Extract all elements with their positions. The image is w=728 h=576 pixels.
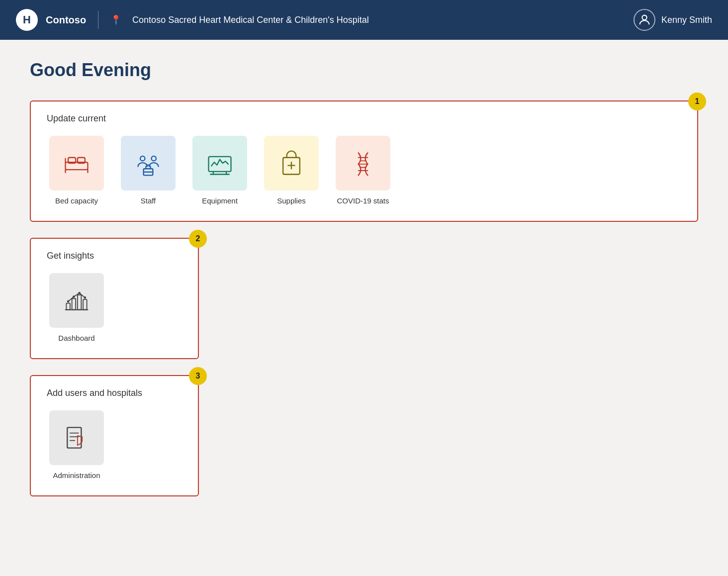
admin-items: Administration — [47, 410, 182, 480]
equipment-icon — [205, 148, 235, 178]
add-users-section: Add users and hospitals 3 Administrat — [30, 375, 199, 496]
administration-icon — [62, 423, 91, 453]
svg-point-7 — [140, 156, 145, 161]
staff-card[interactable]: Staff — [118, 136, 178, 205]
bed-capacity-label: Bed capacity — [55, 196, 98, 205]
covid-stats-label: COVID-19 stats — [337, 196, 389, 205]
location-icon: 📍 — [110, 14, 121, 25]
administration-label: Administration — [53, 471, 100, 480]
avatar — [634, 9, 655, 31]
dashboard-card[interactable]: Dashboard — [47, 273, 106, 342]
equipment-label: Equipment — [202, 196, 238, 205]
staff-label: Staff — [141, 196, 156, 205]
header-divider — [98, 11, 98, 29]
get-insights-section: Get insights 2 — [30, 238, 199, 359]
app-header: H Contoso 📍 Contoso Sacred Heart Medical… — [0, 0, 728, 40]
dashboard-icon — [62, 286, 91, 315]
section-title-admin: Add users and hospitals — [47, 388, 182, 398]
svg-rect-23 — [66, 303, 70, 310]
svg-rect-25 — [78, 295, 82, 310]
svg-point-28 — [73, 295, 75, 298]
dashboard-label: Dashboard — [58, 334, 94, 342]
administration-card[interactable]: Administration — [47, 410, 106, 480]
staff-icon-box — [121, 136, 176, 191]
app-name: Contoso — [46, 14, 86, 26]
section-title-update: Update current — [47, 113, 681, 124]
covid-icon — [348, 148, 378, 178]
equipment-card[interactable]: Equipment — [190, 136, 250, 205]
greeting: Good Evening — [30, 60, 698, 81]
supplies-icon-box — [264, 136, 319, 191]
main-content: Good Evening Update current 1 Bed capac — [0, 40, 728, 532]
svg-rect-26 — [83, 299, 87, 310]
supplies-label: Supplies — [277, 196, 306, 205]
svg-point-30 — [84, 296, 87, 299]
staff-icon — [133, 148, 163, 178]
section-badge-2: 2 — [189, 230, 207, 248]
svg-rect-24 — [72, 298, 76, 310]
svg-point-29 — [78, 292, 81, 294]
app-logo: H — [16, 9, 38, 31]
section-badge-1: 1 — [688, 93, 706, 110]
bed-capacity-icon-box — [49, 136, 104, 191]
section-title-insights: Get insights — [47, 251, 182, 261]
bed-icon — [62, 148, 91, 178]
svg-point-0 — [642, 15, 646, 20]
update-current-section: Update current 1 Bed capacity — [30, 100, 698, 222]
user-area[interactable]: Kenny Smith — [634, 9, 712, 31]
update-current-items: Bed capacity — [47, 136, 681, 205]
section-badge-3: 3 — [189, 367, 207, 385]
username: Kenny Smith — [661, 15, 712, 25]
covid-stats-card[interactable]: COVID-19 stats — [333, 136, 393, 205]
header-location: Contoso Sacred Heart Medical Center & Ch… — [132, 15, 369, 25]
supplies-card[interactable]: Supplies — [262, 136, 321, 205]
supplies-icon — [276, 148, 306, 178]
dashboard-icon-box — [49, 273, 104, 328]
bed-capacity-card[interactable]: Bed capacity — [47, 136, 106, 205]
covid-icon-box — [336, 136, 390, 191]
svg-point-8 — [152, 156, 156, 161]
svg-point-27 — [67, 300, 70, 303]
equipment-icon-box — [192, 136, 247, 191]
insights-items: Dashboard — [47, 273, 182, 342]
administration-icon-box — [49, 410, 104, 465]
